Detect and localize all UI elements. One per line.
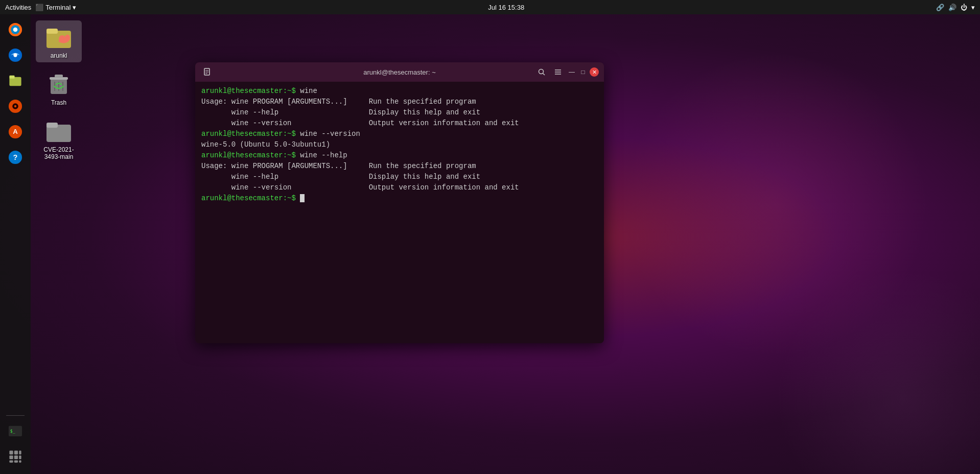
topbar-clock: Jul 16 15:38	[488, 4, 524, 11]
prompt-3: arunkl@thesecmaster:~$	[201, 151, 296, 159]
dock: A ? $_	[0, 14, 31, 474]
svg-rect-24	[19, 460, 21, 462]
terminal-line-4: wine --version Output version informatio…	[201, 118, 598, 129]
titlebar-icons	[200, 65, 215, 79]
datetime-label: Jul 16 15:38	[488, 4, 524, 11]
minimize-button[interactable]: —	[567, 67, 576, 77]
svg-rect-20	[14, 456, 18, 459]
close-button[interactable]: ✕	[590, 67, 599, 77]
chevron-down-icon: ▾	[73, 4, 76, 11]
terminal-line-8: Usage: wine PROGRAM [ARGUMENTS...] Run t…	[201, 161, 598, 172]
dock-item-thunderbird[interactable]	[4, 44, 27, 66]
dock-item-appstore[interactable]: A	[4, 121, 27, 143]
terminal-line-5: arunkl@thesecmaster:~$ wine --version	[201, 129, 598, 139]
terminal-window: arunkl@thesecmaster: ~ — □	[195, 62, 604, 343]
svg-rect-6	[9, 76, 14, 79]
terminal-menu-icon: ⬛	[35, 4, 43, 11]
cmd-2: wine --version	[296, 130, 360, 138]
topbar-right: 🔗 🔊 ⏻ ▾	[936, 4, 975, 11]
dock-item-rhythmbox[interactable]	[4, 95, 27, 117]
terminal-line-9: wine --help Display this help and exit	[201, 172, 598, 182]
topbar-left: Activities ⬛ Terminal ▾	[5, 4, 76, 11]
dock-item-files[interactable]	[4, 69, 27, 92]
svg-point-2	[13, 28, 18, 32]
svg-rect-16	[9, 451, 13, 454]
cursor	[300, 194, 305, 202]
svg-rect-22	[9, 460, 13, 462]
svg-rect-18	[19, 451, 21, 454]
titlebar-file-icon[interactable]	[200, 65, 215, 79]
dock-item-firefox[interactable]	[4, 18, 27, 41]
topbar: Activities ⬛ Terminal ▾ Jul 16 15:38 🔗 🔊…	[0, 0, 980, 14]
desktop-icon-trash[interactable]: Trash	[36, 67, 82, 109]
svg-point-39	[539, 69, 544, 74]
terminal-body[interactable]: arunkl@thesecmaster:~$ wine Usage: wine …	[195, 82, 604, 343]
prompt-4: arunkl@thesecmaster:~$	[201, 194, 296, 202]
desktop-icons: arunkl Trash CVE-2021-3493-ma	[36, 20, 82, 163]
svg-line-40	[543, 74, 545, 76]
menu-button[interactable]	[551, 65, 565, 79]
terminal-menu-label: Terminal	[45, 4, 71, 11]
bg-decoration-1	[622, 51, 929, 358]
terminal-titlebar: arunkl@thesecmaster: ~ — □	[195, 62, 604, 82]
cmd-1: wine	[296, 87, 317, 95]
desktop-icon-arunkl-label: arunkl	[51, 52, 67, 59]
prompt-2: arunkl@thesecmaster:~$	[201, 130, 296, 138]
activities-button[interactable]: Activities	[5, 4, 31, 11]
terminal-line-3: wine --help Display this help and exit	[201, 107, 598, 118]
search-button[interactable]	[534, 65, 549, 79]
bg-decoration-2	[776, 270, 980, 474]
svg-text:A: A	[13, 128, 18, 135]
terminal-line-10: wine --version Output version informatio…	[201, 182, 598, 193]
desktop-icon-cve-folder[interactable]: CVE-2021-3493-main	[36, 114, 82, 163]
cmd-3: wine --help	[296, 151, 347, 159]
desktop-icon-trash-label: Trash	[51, 99, 66, 106]
terminal-line-6: wine-5.0 (Ubuntu 5.0-3ubuntu1)	[201, 139, 598, 150]
cmd-4	[296, 194, 300, 202]
svg-text:?: ?	[13, 153, 18, 161]
svg-rect-23	[14, 460, 18, 462]
network-icon[interactable]: 🔗	[936, 4, 944, 11]
svg-point-9	[14, 105, 16, 107]
terminal-line-1: arunkl@thesecmaster:~$ wine	[201, 86, 598, 97]
svg-rect-29	[55, 75, 63, 78]
dock-bottom: $_	[4, 414, 27, 468]
svg-rect-21	[19, 456, 21, 459]
svg-rect-19	[9, 456, 13, 459]
terminal-line-2: Usage: wine PROGRAM [ARGUMENTS...] Run t…	[201, 97, 598, 107]
settings-icon[interactable]: ▾	[971, 4, 975, 11]
maximize-button[interactable]: □	[578, 67, 588, 77]
svg-point-4	[13, 53, 17, 57]
terminal-line-7: arunkl@thesecmaster:~$ wine --help	[201, 150, 598, 161]
terminal-title: arunkl@thesecmaster: ~	[363, 68, 435, 76]
prompt-1: arunkl@thesecmaster:~$	[201, 87, 296, 95]
svg-text:$_: $_	[10, 429, 15, 434]
sound-icon[interactable]: 🔊	[948, 4, 956, 11]
dock-separator	[6, 415, 25, 416]
desktop: Activities ⬛ Terminal ▾ Jul 16 15:38 🔗 🔊…	[0, 0, 980, 474]
titlebar-actions: — □ ✕	[534, 65, 599, 79]
desktop-icon-arunkl[interactable]: arunkl	[36, 20, 82, 62]
terminal-menu[interactable]: ⬛ Terminal ▾	[35, 4, 76, 11]
dock-item-terminal[interactable]: $_	[4, 420, 27, 442]
dock-item-show-apps[interactable]	[4, 445, 27, 468]
svg-rect-34	[46, 123, 58, 128]
svg-rect-26	[46, 29, 58, 34]
terminal-line-11: arunkl@thesecmaster:~$	[201, 193, 598, 204]
desktop-icon-cve-label: CVE-2021-3493-main	[39, 146, 79, 160]
dock-item-help[interactable]: ?	[4, 146, 27, 169]
power-icon[interactable]: ⏻	[961, 4, 967, 11]
svg-rect-17	[14, 451, 18, 454]
